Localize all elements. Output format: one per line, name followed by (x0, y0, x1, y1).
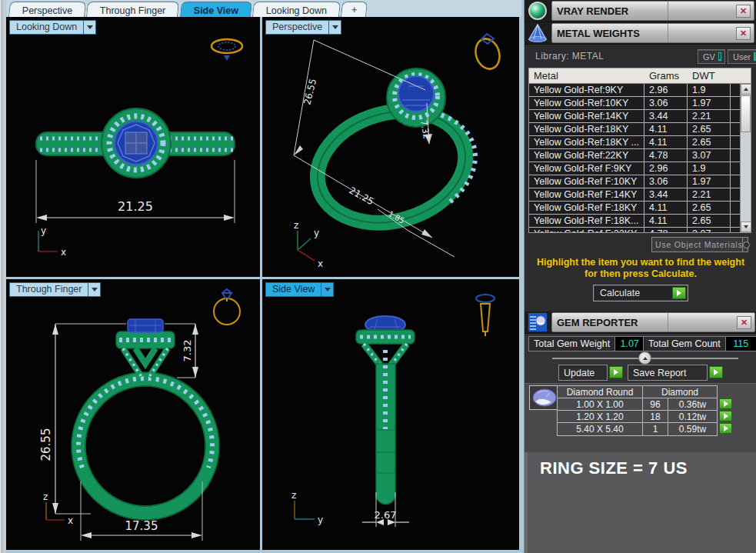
tab-perspective[interactable]: Perspective (8, 2, 86, 17)
metal-weights-icon (528, 23, 548, 43)
save-report-button[interactable]: Save Report (628, 365, 708, 381)
right-dock-panel: VRAY RENDER ✕ METAL WEIGHTS ✕ Libr (524, 0, 756, 553)
svg-text:7.32: 7.32 (182, 340, 193, 362)
ring-size-section: RING SIZE = 7 US (525, 452, 756, 553)
svg-text:x: x (68, 515, 73, 526)
gem-table-header: Diamond Round Diamond (558, 386, 717, 398)
axis-indicator: z y x (294, 220, 323, 269)
close-icon: ✕ (741, 318, 748, 328)
save-report-go-icon[interactable] (709, 366, 723, 378)
gem-table-section: Diamond Round Diamond 1.00 X 1.00 96 0.3… (525, 383, 756, 452)
viewport-label-perspective[interactable]: Perspective (265, 20, 341, 35)
gem-row-go-button[interactable] (719, 411, 732, 421)
metal-row[interactable]: Yellow Gold-Ref F:10KY3.061.97 (529, 175, 751, 188)
gv-button[interactable]: GV I (698, 49, 725, 64)
tab-looking-down[interactable]: Looking Down (252, 2, 341, 17)
gem-row[interactable]: 1.00 X 1.00 96 0.36tw (558, 398, 717, 411)
docked-panel-edge[interactable] (0, 0, 6, 553)
close-gem-reporter-button[interactable]: ✕ (737, 316, 751, 329)
ring-perspective-canvas[interactable]: 26.55 21.25 7.32 1.85 z y x (262, 17, 519, 277)
gem-row-go-button[interactable] (719, 423, 732, 434)
view-orientation-ring-icon (214, 289, 240, 325)
view-orientation-ring-icon (211, 39, 242, 61)
svg-text:z: z (294, 220, 298, 231)
metal-row[interactable]: Yellow Gold-Ref:9KY2.961.9 (529, 84, 751, 97)
svg-text:2.67: 2.67 (375, 509, 397, 521)
vray-render-header[interactable]: VRAY RENDER ✕ (525, 0, 756, 22)
chevron-down-icon[interactable] (84, 20, 96, 35)
user-button[interactable]: User I (728, 49, 756, 64)
ring-front-view-canvas[interactable]: 26.55 7.32 17.35 z x (6, 279, 260, 550)
radio-icon[interactable] (743, 242, 750, 248)
metal-weights-table: Metal Grams DWT Yellow Gold-Ref:9KY2.961… (528, 68, 751, 233)
ring-top-view-canvas[interactable]: 21.25 y x (6, 17, 260, 277)
metal-row[interactable]: Yellow Gold-Ref F:18K...4.112.65 (529, 215, 751, 228)
viewport-tab-bar: Perspective Through Finger Side View Loo… (6, 0, 521, 17)
svg-text:26.55: 26.55 (301, 78, 318, 106)
close-metal-weights-button[interactable]: ✕ (736, 27, 751, 40)
gem-row-go-button[interactable] (719, 398, 732, 409)
viewport-perspective[interactable]: Perspective 26.55 (262, 17, 519, 277)
gem-row[interactable]: 5.40 X 5.40 1 0.59tw (558, 423, 717, 435)
chevron-down-icon[interactable] (329, 20, 341, 35)
scroll-down-button[interactable] (741, 222, 751, 232)
viewport-looking-down[interactable]: Looking Down (6, 17, 260, 277)
metal-row[interactable]: Yellow Gold-Ref F:14KY3.442.21 (529, 188, 751, 202)
scroll-up-button[interactable] (741, 84, 751, 95)
close-vray-button[interactable]: ✕ (736, 5, 751, 18)
metal-table-scrollbar[interactable] (740, 84, 751, 232)
viewport-label-looking-down[interactable]: Looking Down (9, 20, 96, 35)
scroll-thumb[interactable] (741, 95, 751, 132)
metal-row[interactable]: Yellow Gold-Ref:10KY3.061.97 (529, 97, 751, 110)
axis-indicator: y x (38, 225, 66, 258)
close-icon: ✕ (740, 28, 747, 38)
svg-text:17.35: 17.35 (125, 519, 158, 533)
viewport-through-finger[interactable]: Through Finger (6, 279, 260, 550)
slider-handle[interactable] (638, 351, 651, 365)
gem-table: Diamond Round Diamond 1.00 X 1.00 96 0.3… (557, 385, 718, 436)
gem-thumbnail[interactable] (529, 385, 560, 410)
svg-text:26.55: 26.55 (39, 428, 53, 461)
calculate-button[interactable]: Calculate (593, 285, 688, 301)
metal-row[interactable]: Yellow Gold-Ref F:9KY2.961.9 (529, 162, 751, 175)
gem-report-slider[interactable] (552, 358, 738, 359)
use-object-materials-toggle[interactable]: Use Object Materials (651, 237, 748, 252)
update-button[interactable]: Update (558, 365, 608, 381)
svg-text:z: z (43, 491, 48, 502)
viewport-side-view[interactable]: Side View (262, 279, 519, 550)
svg-text:x: x (318, 258, 323, 269)
application-window: Perspective Through Finger Side View Loo… (0, 0, 756, 553)
tab-side-view[interactable]: Side View (180, 2, 252, 17)
close-icon: ✕ (740, 6, 747, 16)
vray-icon (528, 2, 547, 20)
viewport-label-through-finger[interactable]: Through Finger (9, 282, 101, 297)
update-go-icon[interactable] (609, 366, 623, 378)
axis-indicator: z y (291, 490, 323, 525)
metal-row[interactable]: Yellow Gold-Ref:22KY4.783.07 (529, 149, 751, 162)
calculate-instruction: Highlight the item you want to find the … (525, 257, 756, 280)
svg-text:y: y (318, 515, 323, 525)
ring-side-view-canvas[interactable]: 2.67 z y (262, 279, 519, 550)
metal-row-partial[interactable]: Yellow Gold-Ref F:22KY4.783.07 (529, 228, 751, 232)
gem-row[interactable]: 1.20 X 1.20 18 0.12tw (558, 411, 717, 423)
svg-text:7.32: 7.32 (418, 119, 431, 139)
chevron-down-icon[interactable] (321, 282, 334, 297)
metal-row[interactable]: Yellow Gold-Ref F:18KY4.112.65 (529, 202, 751, 215)
play-icon (672, 287, 686, 299)
metal-weights-header[interactable]: METAL WEIGHTS ✕ (525, 22, 756, 45)
metal-row[interactable]: Yellow Gold-Ref:18KY4.112.65 (529, 123, 751, 136)
total-gem-count-value: 115 (726, 336, 756, 351)
viewport-label-side-view[interactable]: Side View (265, 282, 334, 297)
panel-title: VRAY RENDER (552, 5, 668, 17)
total-gem-weight-label: Total Gem Weight (528, 336, 615, 351)
panel-title: GEM REPORTER (552, 317, 668, 328)
metal-row[interactable]: Yellow Gold-Ref:14KY3.442.21 (529, 110, 751, 123)
tab-through-finger[interactable]: Through Finger (86, 2, 180, 17)
metal-row[interactable]: Yellow Gold-Ref:18KY ...4.112.65 (529, 136, 751, 149)
metal-table-header: Metal Grams DWT (529, 68, 751, 84)
add-tab-button[interactable]: + (341, 2, 368, 17)
gem-reporter-header[interactable]: GEM REPORTER ✕ (525, 311, 756, 334)
chevron-down-icon[interactable] (88, 282, 101, 297)
total-gem-weight-value: 1.07 (615, 336, 644, 351)
panel-title: METAL WEIGHTS (552, 28, 668, 39)
